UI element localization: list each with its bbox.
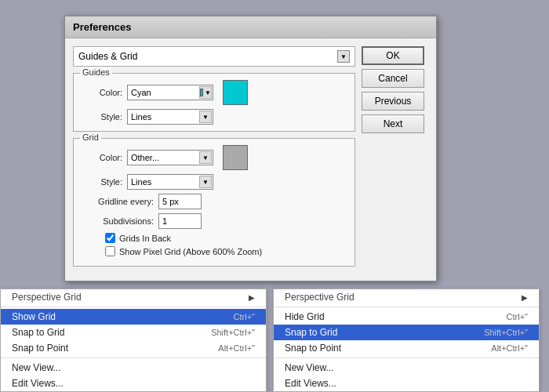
- right-context-menu: Perspective Grid ▶ Hide Grid Ctrl+" Snap…: [273, 289, 540, 392]
- guides-color-label: Color:: [80, 88, 127, 97]
- grids-in-back-label: Grids In Back: [119, 234, 171, 243]
- left-menu-item-3[interactable]: New View...: [1, 360, 266, 376]
- right-menu-item-3-label: New View...: [285, 362, 333, 373]
- left-menu-item-2-label: Snap to Point: [12, 343, 68, 354]
- left-menu-item-0-label: Show Grid: [12, 311, 56, 322]
- left-menu-sep-2: [1, 358, 266, 358]
- left-menu-header[interactable]: Perspective Grid ▶: [1, 289, 266, 305]
- grid-style-label: Style:: [80, 177, 127, 187]
- right-menu-item-1[interactable]: Snap to Grid Shift+Ctrl+": [274, 325, 539, 340]
- guides-group: Guides Color: Cyan ▼ Style:: [73, 73, 355, 132]
- left-menu-item-1-label: Snap to Grid: [12, 327, 64, 338]
- grid-style-row: Style: Lines ▼: [80, 174, 348, 190]
- ok-button[interactable]: OK: [362, 46, 424, 65]
- grid-color-label: Color:: [80, 153, 127, 162]
- subdivisions-row: Subdivisions:: [80, 213, 348, 229]
- left-menu-item-3-label: New View...: [12, 362, 60, 373]
- right-menu-item-3[interactable]: New View...: [274, 360, 539, 376]
- guides-group-label: Guides: [80, 67, 112, 77]
- gridline-row: Gridline every:: [80, 194, 348, 209]
- right-menu-sep-1: [274, 307, 539, 307]
- dialog-left-panel: Guides & Grid ▼ Guides Color: Cyan ▼: [73, 46, 355, 273]
- right-menu-item-0-label: Hide Grid: [285, 311, 325, 322]
- gridline-input[interactable]: [158, 194, 202, 209]
- left-menu-sep-1: [1, 307, 266, 307]
- grid-color-row: Color: Other... ▼: [80, 145, 348, 170]
- right-menu-item-4[interactable]: Edit Views...: [274, 376, 539, 391]
- left-menu-header-arrow: ▶: [249, 293, 255, 302]
- previous-button[interactable]: Previous: [362, 92, 424, 111]
- grids-in-back-row: Grids In Back: [105, 233, 348, 243]
- grid-style-select-wrapper[interactable]: Lines ▼: [127, 174, 213, 190]
- grid-color-preview[interactable]: [223, 145, 248, 170]
- guides-style-select-wrapper[interactable]: Lines ▼: [127, 109, 213, 125]
- right-menu-item-2-label: Snap to Point: [285, 343, 341, 354]
- right-menu-item-1-label: Snap to Grid: [285, 327, 337, 338]
- gridline-label: Gridline every:: [80, 197, 158, 206]
- show-pixel-row: Show Pixel Grid (Above 600% Zoom): [105, 246, 348, 256]
- right-menu-sep-2: [274, 358, 539, 358]
- preferences-dialog: Preferences Guides & Grid ▼ Guides Color…: [64, 16, 437, 281]
- guides-color-preview[interactable]: [223, 80, 248, 105]
- section-dropdown-arrow[interactable]: ▼: [337, 50, 350, 63]
- grid-style-select[interactable]: Lines: [127, 174, 213, 190]
- right-menu-header-label: Perspective Grid: [285, 292, 354, 303]
- right-menu-header-arrow: ▶: [522, 293, 528, 302]
- show-pixel-label: Show Pixel Grid (Above 600% Zoom): [119, 247, 262, 256]
- guides-style-select[interactable]: Lines: [127, 109, 213, 125]
- guides-style-row: Style: Lines ▼: [80, 109, 348, 125]
- left-context-menu: Perspective Grid ▶ Show Grid Ctrl+" Snap…: [0, 289, 267, 392]
- left-menu-item-0-shortcut: Ctrl+": [234, 312, 255, 321]
- cancel-button[interactable]: Cancel: [362, 69, 424, 88]
- right-menu-item-1-shortcut: Shift+Ctrl+": [484, 328, 528, 337]
- left-menu-item-4[interactable]: Edit Views...: [1, 376, 266, 391]
- dialog-right-panel: OK Cancel Previous Next: [362, 46, 428, 273]
- right-menu-item-0-shortcut: Ctrl+": [507, 312, 528, 321]
- guides-color-select-wrapper[interactable]: Cyan ▼: [127, 85, 213, 100]
- show-pixel-checkbox[interactable]: [105, 246, 115, 256]
- right-menu-item-2-shortcut: Alt+Ctrl+": [491, 343, 528, 353]
- grid-color-select-wrapper[interactable]: Other... ▼: [127, 150, 213, 165]
- bottom-menus: Perspective Grid ▶ Show Grid Ctrl+" Snap…: [0, 289, 549, 392]
- left-menu-item-4-label: Edit Views...: [12, 378, 64, 389]
- right-menu-item-4-label: Edit Views...: [285, 378, 336, 389]
- left-menu-item-1[interactable]: Snap to Grid Shift+Ctrl+": [1, 325, 266, 340]
- left-menu-item-2-shortcut: Alt+Ctrl+": [218, 343, 255, 353]
- subdivisions-label: Subdivisions:: [80, 216, 158, 226]
- dialog-title: Preferences: [65, 16, 436, 38]
- subdivisions-input[interactable]: [158, 213, 202, 229]
- section-selector-label: Guides & Grid: [78, 51, 137, 62]
- left-menu-header-label: Perspective Grid: [12, 292, 82, 303]
- left-menu-item-1-shortcut: Shift+Ctrl+": [211, 328, 255, 337]
- grid-color-select[interactable]: Other...: [127, 150, 213, 165]
- guides-style-label: Style:: [80, 112, 127, 122]
- left-menu-item-2[interactable]: Snap to Point Alt+Ctrl+": [1, 340, 266, 356]
- section-selector[interactable]: Guides & Grid ▼: [73, 46, 355, 67]
- right-menu-item-0[interactable]: Hide Grid Ctrl+": [274, 309, 539, 325]
- guides-color-row: Color: Cyan ▼: [80, 80, 348, 105]
- right-menu-item-2[interactable]: Snap to Point Alt+Ctrl+": [274, 340, 539, 356]
- next-button[interactable]: Next: [362, 114, 424, 133]
- guides-color-select[interactable]: Cyan: [127, 85, 213, 100]
- grid-group-label: Grid: [80, 132, 101, 142]
- grid-group: Grid Color: Other... ▼ Style:: [73, 138, 355, 267]
- right-menu-header[interactable]: Perspective Grid ▶: [274, 289, 539, 305]
- grids-in-back-checkbox[interactable]: [105, 233, 115, 243]
- left-menu-item-0[interactable]: Show Grid Ctrl+": [1, 309, 266, 325]
